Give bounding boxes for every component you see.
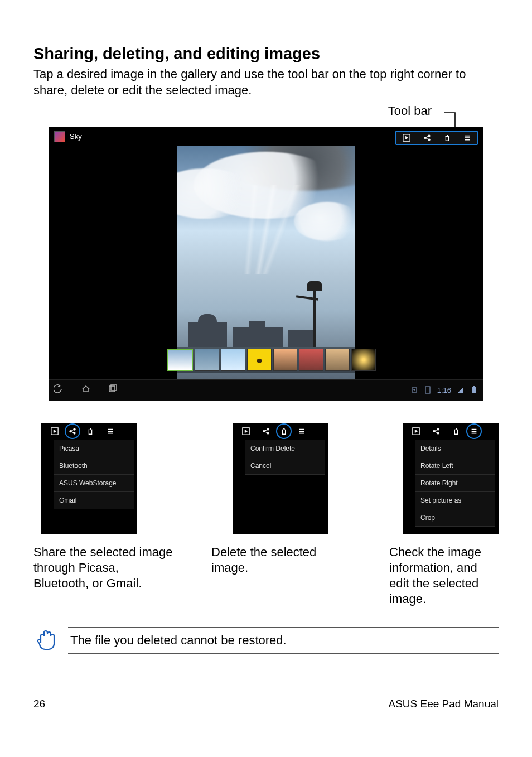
thumbnail[interactable] [351, 349, 376, 371]
trash-icon [80, 425, 100, 438]
share-option[interactable]: ASUS WebStorage [54, 475, 134, 492]
hand-note-icon [33, 627, 58, 654]
share-menu-screenshot: Picasa Bluetooth ASUS WebStorage Gmail [41, 423, 137, 534]
svg-rect-8 [472, 387, 476, 393]
intro-paragraph: Tap a desired image in the gallery and u… [33, 66, 499, 98]
share-option[interactable]: Picasa [54, 440, 134, 457]
svg-point-11 [70, 430, 72, 432]
gallery-app-icon [54, 131, 65, 142]
slideshow-icon [236, 425, 256, 438]
manual-title: ASUS Eee Pad Manual [388, 698, 499, 710]
overflow-option[interactable]: Rotate Left [415, 457, 495, 475]
toolbar-callout-line [443, 109, 465, 129]
svg-point-15 [263, 430, 265, 432]
recent-apps-icon[interactable] [108, 384, 118, 396]
overflow-option[interactable]: Crop [415, 509, 495, 527]
svg-point-1 [424, 137, 426, 139]
overflow-option[interactable]: Details [415, 440, 495, 457]
trash-icon[interactable] [276, 423, 292, 439]
image-toolbar [395, 131, 478, 145]
thumbnail[interactable] [273, 349, 298, 371]
overflow-menu-icon[interactable] [457, 132, 477, 144]
svg-rect-7 [425, 387, 430, 393]
share-icon[interactable] [417, 132, 437, 144]
overflow-option[interactable]: Set picture as [415, 492, 495, 509]
confirm-delete-option[interactable]: Confirm Delete [245, 440, 325, 457]
toolbar-callout-label: Tool bar [388, 104, 432, 118]
gallery-screenshot: Sky [49, 127, 483, 401]
overflow-menu-screenshot: Details Rotate Left Rotate Right Set pic… [403, 423, 499, 534]
footer-rule [33, 690, 499, 690]
selected-photo [177, 146, 355, 380]
thumbnail[interactable] [195, 349, 219, 371]
status-clock: 1:16 [437, 386, 451, 394]
back-icon[interactable] [54, 384, 64, 396]
thumbnail[interactable] [325, 349, 350, 371]
wifi-icon [457, 386, 465, 394]
battery-icon [470, 386, 478, 394]
svg-point-19 [433, 430, 436, 432]
note-text: The file you deleted cannot be restored. [68, 627, 499, 654]
delete-menu-screenshot: Confirm Delete Cancel [233, 423, 328, 534]
overflow-option[interactable]: Rotate Right [415, 475, 495, 492]
album-title: Sky [70, 132, 82, 141]
share-option[interactable]: Bluetooth [54, 457, 134, 475]
thumbnail[interactable] [247, 349, 272, 371]
share-icon [256, 425, 276, 438]
share-caption: Share the selected image through Picasa,… [33, 544, 173, 591]
trash-icon [446, 425, 466, 438]
thumbnail[interactable] [221, 349, 245, 371]
share-icon [426, 425, 446, 438]
share-icon[interactable] [65, 423, 80, 439]
overflow-menu-icon [292, 425, 312, 438]
delete-caption: Delete the selected image. [211, 544, 351, 576]
thumbnail[interactable] [299, 349, 323, 371]
svg-rect-9 [473, 386, 475, 387]
overflow-caption: Check the image information, and edit th… [389, 544, 499, 607]
share-option[interactable]: Gmail [54, 492, 134, 509]
section-heading: Sharing, deleting, and editing images [33, 45, 499, 63]
cancel-option[interactable]: Cancel [245, 457, 325, 475]
status-bar: 1:16 [410, 386, 478, 394]
slideshow-icon[interactable] [396, 132, 417, 144]
trash-icon[interactable] [437, 132, 457, 144]
overflow-menu-icon[interactable] [466, 423, 482, 439]
page-number: 26 [33, 698, 45, 710]
slideshow-icon [45, 425, 65, 438]
home-icon[interactable] [81, 384, 91, 396]
thumbnail[interactable] [167, 349, 193, 371]
overflow-menu-icon [100, 425, 120, 438]
thumbnail-strip [166, 347, 378, 373]
slideshow-icon [406, 425, 426, 438]
